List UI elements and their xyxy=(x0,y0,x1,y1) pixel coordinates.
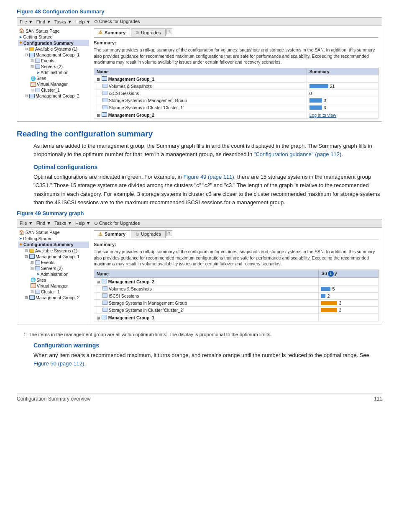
figure50-link[interactable]: Figure 50 (page 112). xyxy=(33,360,86,367)
menu-file[interactable]: File ▼ xyxy=(20,19,33,24)
star49-icon: ✦ xyxy=(19,242,23,247)
menu49-help[interactable]: Help ▼ xyxy=(75,221,91,226)
mgmt2-icon xyxy=(29,94,35,98)
nav49-mgmt-group-1[interactable]: ⊟ Management Group_1 xyxy=(24,254,89,260)
nav49-san-status[interactable]: 🏠 SAN Status Page xyxy=(18,229,89,236)
star-icon: ✦ xyxy=(19,40,23,46)
row-storage-cluster: Storage Systems in Cluster 'Cluster_1' xyxy=(94,104,307,111)
tab49-summary[interactable]: ⚠ Summary xyxy=(94,230,130,238)
tab-summary[interactable]: ⚠ Summary xyxy=(94,28,130,36)
row-storage-cluster-bar: 3 xyxy=(307,104,378,111)
menu-tasks[interactable]: Tasks ▼ xyxy=(54,19,72,24)
row-vol-bar: 21 xyxy=(307,83,378,90)
expand-icon[interactable]: ⊞ xyxy=(97,77,100,82)
menu49-find[interactable]: Find ▼ xyxy=(36,221,51,226)
mgmt-icon xyxy=(29,53,35,57)
summary49-icon: ⚠ xyxy=(98,231,102,237)
toggle49-2[interactable]: ⊟ xyxy=(25,254,28,259)
expand49-mg2[interactable]: ⊞ xyxy=(97,280,100,284)
section-heading-reading: Reading the configuration summary xyxy=(17,129,382,139)
expand49-mg1[interactable]: ⊞ xyxy=(97,316,100,320)
nav-item-getting-started[interactable]: ➤ Getting Started xyxy=(18,34,89,40)
toggle49-6[interactable]: ⊞ xyxy=(25,296,28,300)
login-link[interactable]: Log in to view xyxy=(309,113,336,118)
nav-item-mgmt-group-2[interactable]: ⊞ Management Group_2 xyxy=(24,93,89,99)
nav-item-sites[interactable]: 🌐 Sites xyxy=(30,75,89,81)
mgmt49-mg1-icon xyxy=(102,315,107,319)
menu-check-upgrades[interactable]: ⊙ Check for Upgrades xyxy=(94,19,140,24)
nav-item-config-summary[interactable]: ✦ Configuration Summary xyxy=(18,40,89,46)
figure48-app-body: 🏠 SAN Status Page ➤ Getting Started ✦ Co… xyxy=(17,26,382,121)
toggle-expand2[interactable]: ⊞ xyxy=(31,59,34,63)
help49-icon[interactable]: ? xyxy=(166,230,172,236)
menu-help[interactable]: Help ▼ xyxy=(75,19,91,24)
nav49-cluster1[interactable]: ⊞ Cluster_1 xyxy=(30,289,89,295)
menu49-file[interactable]: File ▼ xyxy=(20,221,33,226)
table-row: ⊞ Management Group_2 Log in to view xyxy=(94,111,379,119)
toggle-expand3[interactable]: ⊞ xyxy=(31,64,34,69)
menu49-tasks[interactable]: Tasks ▼ xyxy=(54,221,72,226)
nav-item-administration[interactable]: ➤ Administration xyxy=(36,69,89,75)
row49-vol-bar: 5 xyxy=(319,285,379,293)
group-name: ⊞ Management Group_1 xyxy=(94,75,307,83)
admin-arrow-icon: ➤ xyxy=(36,70,40,75)
tab49-upgrades[interactable]: ⊙ Upgrades xyxy=(131,230,166,238)
figure49-summary-label: Summary: xyxy=(94,242,379,247)
figure48-nav-tree: 🏠 SAN Status Page ➤ Getting Started ✦ Co… xyxy=(17,26,90,121)
tab-upgrades[interactable]: ⊙ Upgrades xyxy=(131,28,166,36)
nav-item-servers[interactable]: ⊞ Servers (2) xyxy=(30,64,89,69)
figure48-tab-bar: ⚠ Summary ⊙ Upgrades ? xyxy=(94,28,379,38)
table-row: iSCSI Sessions 2 xyxy=(94,293,379,300)
toggle49-5[interactable]: ⊞ xyxy=(31,290,34,294)
menu49-check[interactable]: ⊙ Check for Upgrades xyxy=(94,221,140,226)
toggle49-1[interactable]: ⊞ xyxy=(25,249,28,253)
config-guidance-link[interactable]: "Configuration guidance" (page 112). xyxy=(254,151,343,157)
toggle49-4[interactable]: ⊞ xyxy=(31,266,34,270)
figure48-summary-table: Name Summary ⊞ Management Group_1 xyxy=(94,68,379,119)
expand-mg2[interactable]: ⊞ xyxy=(97,113,100,118)
nav49-events[interactable]: ⊞ Events xyxy=(30,260,89,265)
nav-item-san-status[interactable]: 🏠 SAN Status Page xyxy=(18,28,89,34)
toggle-expand4[interactable]: ⊞ xyxy=(31,88,34,92)
menu-find[interactable]: Find ▼ xyxy=(36,19,51,24)
nav49-mgmt-group-2[interactable]: ⊞ Management Group_2 xyxy=(24,295,89,301)
nav-item-events[interactable]: ⊞ Events xyxy=(30,58,89,64)
row49-vol: Volumes & Snapshots xyxy=(94,285,319,293)
admin49-icon: ➤ xyxy=(36,272,40,276)
row49-mg2: ⊞ Management Group_2 xyxy=(94,278,319,285)
nav49-config-summary[interactable]: ✦ Configuration Summary xyxy=(18,242,89,248)
nav-item-mgmt-group-1[interactable]: ⊟ Management Group_1 xyxy=(24,52,89,58)
server-icon xyxy=(35,64,40,69)
storage-icon xyxy=(102,98,107,102)
nav-item-available-systems[interactable]: ⊞ Available Systems (1) xyxy=(24,46,89,52)
figure49-menubar: File ▼ Find ▼ Tasks ▼ Help ▼ ⊙ Check for… xyxy=(17,219,382,228)
figure49-nav-tree: 🏠 SAN Status Page ➤ Getting Started ✦ Co… xyxy=(17,228,90,324)
col-summary: Summary xyxy=(307,68,378,75)
help-icon[interactable]: ? xyxy=(166,28,172,34)
arrow49-icon: ➤ xyxy=(19,236,22,241)
nav49-available-systems[interactable]: ⊞ Available Systems (1) xyxy=(24,248,89,254)
toggle49-3[interactable]: ⊞ xyxy=(31,260,34,265)
arrow-icon: ➤ xyxy=(19,35,22,39)
table-row: ⊞ Management Group_1 xyxy=(94,314,379,321)
sub-heading-optimal: Optimal configurations xyxy=(33,164,382,170)
figure49-link[interactable]: Figure 49 (page 111) xyxy=(183,174,234,180)
nav49-servers[interactable]: ⊞ Servers (2) xyxy=(30,265,89,271)
nav-item-virtual-manager[interactable]: Virtual Manager xyxy=(30,81,89,87)
cluster-icon xyxy=(35,88,40,92)
toggle-collapse[interactable]: ⊟ xyxy=(25,53,28,57)
table-row: ⊞ Management Group_2 xyxy=(94,278,379,285)
nav-item-cluster1[interactable]: ⊞ Cluster_1 xyxy=(30,87,89,93)
nav49-getting-started[interactable]: ➤ Getting Started xyxy=(18,236,89,242)
nav49-sites[interactable]: 🌐 Sites xyxy=(30,277,89,283)
table-row: Storage Systems in Management Group 3 xyxy=(94,300,379,307)
row-iscsi: iSCSI Sessions xyxy=(94,90,307,97)
toggle-expand[interactable]: ⊞ xyxy=(25,47,28,51)
col-name: Name xyxy=(94,68,307,75)
nav49-virtual-manager[interactable]: Virtual Manager xyxy=(30,283,89,289)
toggle-expand5[interactable]: ⊞ xyxy=(25,94,28,98)
upgrade-icon: ⊙ xyxy=(136,30,139,35)
optimal-body: Optimal configurations are indicated in … xyxy=(33,173,382,207)
nav49-admin[interactable]: ➤ Administration xyxy=(36,271,89,277)
summary-icon: ⚠ xyxy=(98,30,102,35)
